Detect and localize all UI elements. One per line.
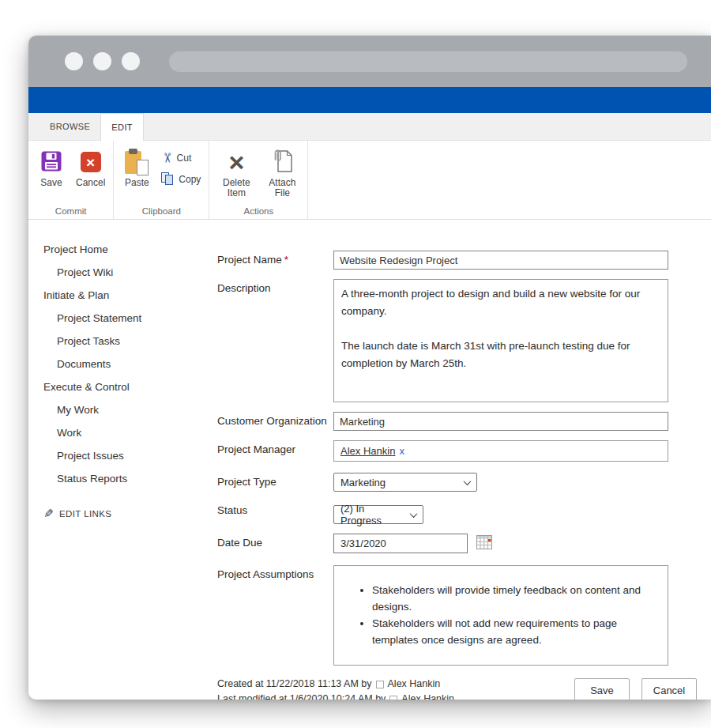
- ribbon-save-label: Save: [40, 178, 62, 188]
- project-name-input[interactable]: [333, 251, 668, 270]
- project-name-label: Project Name*: [217, 251, 333, 270]
- project-assumptions-box[interactable]: Stakeholders will provide timely feedbac…: [333, 565, 668, 666]
- group-label-actions: Actions: [209, 206, 307, 216]
- created-by-user: Alex Hankin: [388, 677, 441, 692]
- paste-button[interactable]: Paste: [123, 148, 150, 188]
- status-value: (2) In Progress: [340, 503, 404, 526]
- copy-label: Copy: [179, 174, 201, 185]
- form-footer: Created at 11/22/2018 11:13 AM by Alex H…: [217, 677, 697, 700]
- status-select[interactable]: (2) In Progress: [333, 505, 423, 524]
- chevron-down-icon: [410, 510, 418, 518]
- remove-person-x[interactable]: x: [399, 445, 404, 457]
- attach-file-paperclip-icon: [272, 149, 293, 175]
- ribbon-tabstrip: BROWSE EDIT: [28, 113, 711, 141]
- delete-item-button[interactable]: × Delete Item: [219, 148, 254, 198]
- modified-at-text: Last modified at 1/6/2020 10:24 AM by: [217, 692, 386, 700]
- ribbon-group-commit: Save × Cancel Commit: [28, 141, 114, 219]
- ribbon-group-clipboard: Paste ✂ Cut Copy Clipboard: [114, 141, 209, 219]
- created-at-text: Created at 11/22/2018 11:13 AM by: [217, 677, 372, 692]
- address-bar[interactable]: [169, 51, 687, 72]
- modified-by-user: Alex Hankin: [401, 692, 454, 700]
- nav-status-reports[interactable]: Status Reports: [43, 473, 217, 485]
- paste-clipboard-icon: [125, 149, 149, 175]
- description-label: Description: [217, 279, 333, 405]
- nav-initiate-plan[interactable]: Initiate & Plan: [43, 289, 217, 302]
- project-manager-people-picker[interactable]: Alex Hankin x: [333, 440, 668, 462]
- project-type-label: Project Type: [217, 473, 333, 492]
- project-manager-label: Project Manager: [217, 440, 333, 462]
- nav-work[interactable]: Work: [43, 427, 217, 439]
- nav-documents[interactable]: Documents: [43, 358, 217, 371]
- ribbon-cancel-label: Cancel: [76, 178, 105, 188]
- project-type-value: Marketing: [340, 477, 386, 488]
- window-controls: [65, 52, 140, 70]
- person-link[interactable]: Alex Hankin: [340, 445, 395, 457]
- assumption-item: Stakeholders will provide timely feedbac…: [372, 582, 656, 615]
- description-textarea[interactable]: A three-month project to design and buil…: [333, 279, 668, 402]
- required-asterisk: *: [284, 254, 288, 266]
- date-due-input[interactable]: [333, 534, 468, 553]
- status-label: Status: [217, 501, 333, 524]
- nav-project-home[interactable]: Project Home: [43, 243, 217, 256]
- nav-execute-control[interactable]: Execute & Control: [43, 381, 217, 394]
- assumption-item: Stakeholders will not add new requiremen…: [372, 615, 656, 648]
- created-modified-stamps: Created at 11/22/2018 11:13 AM by Alex H…: [217, 677, 574, 700]
- nav-project-tasks[interactable]: Project Tasks: [43, 335, 217, 348]
- tab-browse[interactable]: BROWSE: [40, 113, 100, 140]
- nav-project-issues[interactable]: Project Issues: [43, 450, 217, 462]
- window-control-dot[interactable]: [65, 52, 83, 70]
- project-assumptions-label: Project Assumptions: [217, 565, 333, 666]
- paste-label: Paste: [125, 178, 149, 188]
- cut-button[interactable]: ✂ Cut: [161, 149, 201, 166]
- ribbon: Save × Cancel Commit Paste: [28, 141, 711, 220]
- nav-my-work[interactable]: My Work: [43, 404, 217, 417]
- copy-button[interactable]: Copy: [161, 172, 201, 186]
- attach-file-button[interactable]: Attach File: [265, 148, 299, 198]
- ribbon-group-actions: × Delete Item Attach File Actions: [209, 141, 308, 219]
- chevron-down-icon: [464, 477, 472, 485]
- pencil-icon: ✎: [43, 507, 54, 521]
- edit-links-label: EDIT LINKS: [59, 509, 111, 519]
- attach-file-label: Attach File: [265, 178, 299, 198]
- window-control-dot[interactable]: [122, 52, 140, 70]
- page-content: Project Home Project Wiki Initiate & Pla…: [28, 220, 711, 700]
- date-picker-calendar-icon[interactable]: [476, 535, 492, 553]
- group-label-clipboard: Clipboard: [114, 206, 209, 216]
- date-due-label: Date Due: [217, 534, 333, 553]
- cancel-button[interactable]: Cancel: [641, 678, 697, 700]
- browser-window: BROWSE EDIT: [28, 36, 711, 700]
- presence-indicator-icon: [389, 696, 397, 700]
- tab-edit[interactable]: EDIT: [100, 113, 144, 141]
- scissors-icon: ✂: [159, 152, 175, 163]
- customer-organization-label: Customer Organization: [217, 412, 333, 431]
- browser-titlebar: [28, 36, 711, 87]
- copy-pages-icon: [161, 172, 175, 186]
- save-floppy-icon: [41, 151, 62, 174]
- presence-indicator-icon: [376, 681, 384, 688]
- customer-organization-input[interactable]: [333, 412, 668, 431]
- nav-project-statement[interactable]: Project Statement: [43, 312, 217, 325]
- cancel-x-icon: ×: [81, 152, 101, 172]
- window-control-dot[interactable]: [93, 52, 111, 70]
- ribbon-save-button[interactable]: Save: [38, 148, 65, 188]
- quick-launch-nav: Project Home Project Wiki Initiate & Pla…: [28, 220, 217, 700]
- project-type-select[interactable]: Marketing: [333, 473, 477, 492]
- nav-project-wiki[interactable]: Project Wiki: [43, 266, 217, 279]
- save-button[interactable]: Save: [574, 678, 630, 700]
- edit-item-form: Project Name* Description A three-month …: [217, 220, 711, 700]
- cut-label: Cut: [177, 153, 192, 164]
- ribbon-cancel-button[interactable]: × Cancel: [76, 148, 105, 188]
- group-label-commit: Commit: [28, 206, 113, 216]
- edit-links-button[interactable]: ✎ EDIT LINKS: [43, 507, 217, 521]
- delete-x-icon: ×: [228, 150, 244, 174]
- delete-item-label: Delete Item: [219, 178, 254, 198]
- suite-bar: [28, 87, 711, 113]
